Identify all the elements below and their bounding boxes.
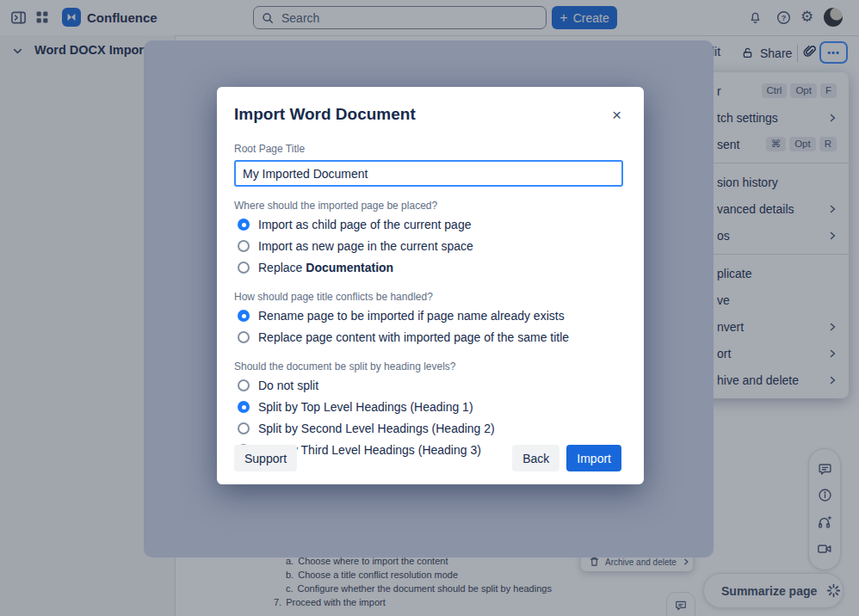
confluence-app: Confluence + Create ? ⚙ Word DOCX Import… (0, 0, 859, 616)
radio-selected-icon[interactable] (238, 310, 250, 322)
radio-icon[interactable] (238, 331, 250, 343)
split-question: Should the document be split by heading … (234, 360, 623, 373)
radio-option-child-page[interactable]: Import as child page of the current page (234, 216, 623, 233)
radio-option-replace-content[interactable]: Replace page content with imported page … (234, 329, 623, 346)
radio-icon[interactable] (238, 240, 250, 252)
radio-icon[interactable] (238, 262, 250, 274)
radio-option-new-page[interactable]: Import as new page in the current space (234, 237, 623, 255)
support-button[interactable]: Support (234, 445, 297, 471)
radio-option-rename[interactable]: Rename page to be imported if page name … (234, 307, 623, 324)
root-page-title-input[interactable] (234, 160, 623, 187)
radio-icon[interactable] (238, 379, 250, 391)
conflict-question: How should page title conflicts be handl… (234, 291, 623, 303)
dialog-title: Import Word Document (234, 105, 416, 124)
import-word-document-dialog: Import Word Document × Root Page Title W… (217, 87, 644, 484)
back-button[interactable]: Back (512, 445, 559, 471)
close-icon[interactable]: × (607, 105, 627, 125)
placement-question: Where should the imported page be placed… (234, 200, 623, 212)
radio-selected-icon[interactable] (238, 401, 250, 413)
import-button[interactable]: Import (566, 445, 621, 471)
root-page-title-label: Root Page Title (234, 143, 623, 155)
radio-option-no-split[interactable]: Do not split (234, 377, 623, 394)
radio-option-split-h1[interactable]: Split by Top Level Headings (Heading 1) (234, 398, 623, 416)
replace-target-page-name: Documentation (306, 261, 393, 274)
radio-icon[interactable] (238, 422, 250, 434)
radio-selected-icon[interactable] (238, 219, 250, 231)
radio-option-replace-page[interactable]: Replace Documentation (234, 259, 623, 276)
radio-option-split-h2[interactable]: Split by Second Level Headings (Heading … (234, 420, 623, 437)
